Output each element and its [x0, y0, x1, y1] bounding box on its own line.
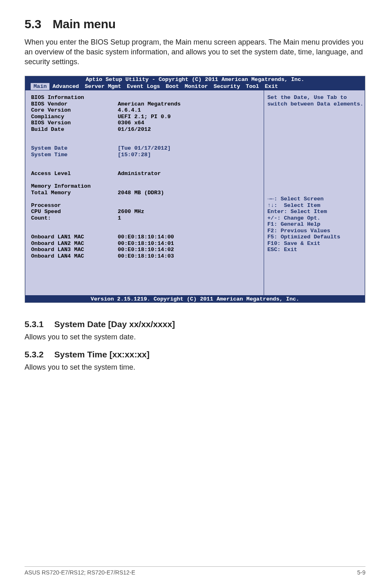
bios-label-row: System Time [31, 152, 118, 158]
subsection-text-2: Allows you to set the system time. [25, 363, 365, 373]
page-footer: ASUS RS720-E7/RS12; RS720-E7/RS12-E 5-9 [25, 566, 365, 576]
menu-item-main[interactable]: Main [31, 83, 49, 90]
footer-right: 5-9 [357, 569, 365, 576]
bios-label-row [31, 196, 118, 202]
bios-spacer [267, 126, 361, 133]
bios-keyhelp-line: F5: Optimized Defaults [267, 234, 361, 240]
bios-spacer [267, 183, 361, 190]
bios-value-row [118, 228, 260, 234]
bios-label-row [31, 285, 118, 291]
subsection-number-2: 5.3.2 [25, 350, 44, 359]
bios-right-pane: Set the Date, Use Tab toswitch between D… [264, 90, 365, 296]
bios-value-row: American Megatrends [118, 101, 260, 108]
bios-value-row [118, 202, 260, 209]
bios-keyhelp-line: ESC: Exit [267, 247, 361, 253]
bios-label-row: Count: [31, 215, 118, 222]
bios-value-row [118, 94, 260, 101]
bios-spacer [267, 145, 361, 152]
bios-label-row: BIOS Version [31, 120, 118, 126]
intro-text: When you enter the BIOS Setup program, t… [25, 38, 365, 67]
bios-label-row: Core Version [31, 107, 118, 114]
bios-value-row[interactable]: [15:07:28] [118, 152, 260, 158]
bios-label-row [31, 266, 118, 272]
bios-value-row [118, 132, 260, 139]
menu-item-monitor[interactable]: Monitor [182, 83, 211, 90]
bios-label-row [31, 164, 118, 171]
bios-label-row: Build Date [31, 126, 118, 133]
bios-label-row: Processor [31, 202, 118, 209]
menu-lead-space [25, 83, 31, 90]
bios-keyhelp-line: Enter: Select Item [267, 209, 361, 215]
section-title: Main menu [53, 17, 116, 31]
menu-item-boot[interactable]: Boot [163, 83, 182, 90]
menu-item-tool[interactable]: Tool [243, 83, 262, 90]
bios-value-row: 00:E0:18:10:14:01 [118, 240, 260, 247]
bios-spacer [267, 171, 361, 177]
bios-value-row: 00:E0:18:10:14:03 [118, 253, 260, 260]
footer-left: ASUS RS720-E7/RS12; RS720-E7/RS12-E [25, 569, 135, 576]
bios-value-row: 2600 MHz [118, 209, 260, 215]
bios-value-row[interactable]: [Tue 01/17/2012] [118, 145, 260, 152]
bios-keyhelp-line: ↑↓: Select Item [267, 202, 361, 209]
subsection-heading-1: 5.3.1System Date [Day xx/xx/xxxx] [25, 319, 365, 329]
bios-left-pane: BIOS InformationBIOS VendorCore VersionC… [25, 90, 264, 296]
menu-item-advanced[interactable]: Advanced [49, 83, 82, 90]
bios-label-row: CPU Speed [31, 209, 118, 215]
bios-value-row: 00:E0:18:10:14:02 [118, 247, 260, 253]
bios-spacer [267, 164, 361, 171]
section-heading: 5.3Main menu [25, 17, 365, 31]
subsection-title-2: System Time [xx:xx:xx] [54, 350, 150, 359]
bios-spacer [267, 177, 361, 184]
bios-spacer [267, 152, 361, 158]
bios-value-row [118, 158, 260, 164]
bios-keyhelp-line: F1: General Help [267, 221, 361, 228]
bios-label-row: Access Level [31, 171, 118, 177]
bios-screenshot: Aptio Setup Utility - Copyright (C) 2011… [25, 76, 365, 303]
bios-keyhelp-line: →←: Select Screen [267, 196, 361, 202]
bios-label-row [31, 259, 118, 266]
bios-value-row [118, 164, 260, 171]
bios-label-row [31, 272, 118, 278]
bios-value-row [118, 196, 260, 202]
menu-item-exit[interactable]: Exit [262, 83, 281, 90]
bios-label-row: Total Memory [31, 190, 118, 196]
bios-label-row [31, 158, 118, 164]
bios-label-row: Onboard LAN1 MAC [31, 234, 118, 240]
bios-label-row: Compliancy [31, 114, 118, 120]
bios-value-row: 01/16/2012 [118, 126, 260, 133]
bios-keyhelp-line: F2: Previous Values [267, 228, 361, 234]
bios-keyhelp-line: +/-: Change Opt. [267, 215, 361, 222]
bios-value-row [118, 285, 260, 291]
bios-spacer [267, 158, 361, 164]
bios-value-row [118, 272, 260, 278]
menu-item-security[interactable]: Security [211, 83, 243, 90]
bios-label-row: Memory Information [31, 183, 118, 190]
bios-value-row [118, 278, 260, 285]
bios-label-row: Onboard LAN4 MAC [31, 253, 118, 260]
bios-spacer [267, 132, 361, 139]
subsection-title-1: System Date [Day xx/xx/xxxx] [54, 319, 175, 329]
bios-keyhelp-line: F10: Save & Exit [267, 240, 361, 247]
bios-value-row: 1 [118, 215, 260, 222]
bios-label-row [31, 221, 118, 228]
bios-value-row: 00:E0:18:10:14:00 [118, 234, 260, 240]
bios-value-row: UEFI 2.1; PI 0.9 [118, 114, 260, 120]
bios-label-row: BIOS Vendor [31, 101, 118, 108]
bios-header: Aptio Setup Utility - Copyright (C) 2011… [25, 76, 365, 90]
bios-label-row [31, 139, 118, 146]
bios-value-row [118, 266, 260, 272]
bios-label-row [31, 132, 118, 139]
menu-item-server-mgmt[interactable]: Server Mgmt [82, 83, 124, 90]
bios-value-row: 0306 x64 [118, 120, 260, 126]
bios-value-row [118, 183, 260, 190]
bios-spacer [267, 120, 361, 126]
subsection-text-1: Allows you to set the system date. [25, 332, 365, 342]
bios-value-row [118, 177, 260, 184]
bios-value-row: 4.6.4.1 [118, 107, 260, 114]
bios-label-row [31, 278, 118, 285]
subsection-number-1: 5.3.1 [25, 319, 44, 329]
bios-help-line: switch between Data elements. [267, 101, 361, 108]
bios-label-row: System Date [31, 145, 118, 152]
menu-item-event-logs[interactable]: Event Logs [124, 83, 163, 90]
bios-spacer [267, 139, 361, 146]
